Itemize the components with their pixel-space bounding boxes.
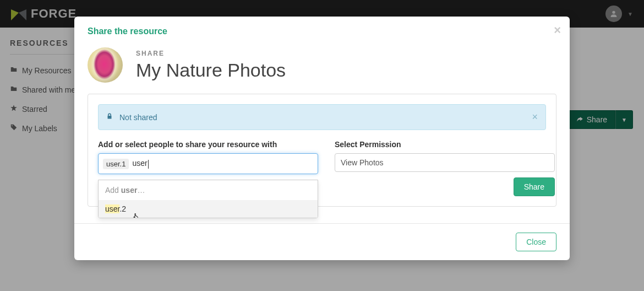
dropdown-hint: Add user… <box>99 180 318 200</box>
close-button[interactable]: Close <box>516 233 556 251</box>
resource-kicker: SHARE <box>136 50 286 57</box>
share-panel: Not shared × Add or select people to sha… <box>88 94 556 207</box>
modal-title: Share the resource <box>88 26 556 36</box>
people-search-input[interactable]: user <box>132 159 313 168</box>
people-token-input[interactable]: user.1 user <box>98 153 318 174</box>
permission-value: View Photos <box>341 158 384 167</box>
dropdown-item-user2[interactable]: user.2 <box>99 200 318 218</box>
alert-close-icon[interactable]: × <box>532 111 538 123</box>
resource-name: My Nature Photos <box>136 60 286 81</box>
permission-label: Select Permission <box>335 140 555 149</box>
user-token[interactable]: user.1 <box>103 159 129 169</box>
pointer-cursor-icon <box>132 212 140 218</box>
share-button[interactable]: Share <box>514 177 555 196</box>
modal-overlay: × Share the resource SHARE My Nature Pho… <box>0 0 644 291</box>
lock-icon <box>106 112 113 122</box>
not-shared-alert: Not shared × <box>98 104 546 130</box>
close-icon[interactable]: × <box>554 23 561 37</box>
alert-text: Not shared <box>119 113 157 122</box>
resource-thumbnail <box>88 47 123 83</box>
share-modal: × Share the resource SHARE My Nature Pho… <box>74 17 570 260</box>
permission-select[interactable]: View Photos <box>335 153 555 172</box>
people-label: Add or select people to share your resou… <box>98 140 318 149</box>
autocomplete-dropdown: Add user… user.2 <box>98 180 318 218</box>
